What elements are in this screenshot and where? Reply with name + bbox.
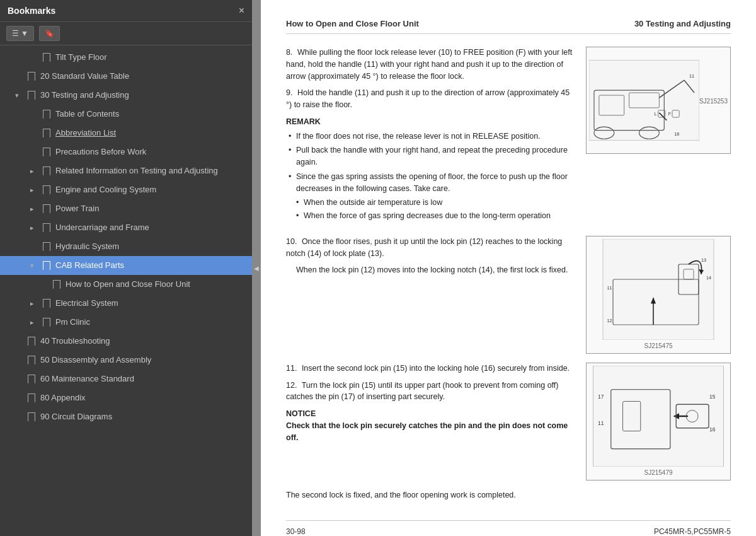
step-10-main: Once the floor rises, push it up until t…	[286, 237, 562, 258]
bookmark-icon-40-troubleshooting	[26, 337, 37, 346]
bookmark-icon-table-of-contents	[42, 110, 52, 119]
close-button[interactable]: ×	[239, 5, 244, 16]
expand-arrow-related-info[interactable]	[30, 167, 40, 175]
list-icon: ☰	[12, 29, 19, 38]
sidebar-item-90-circuit[interactable]: 90 Circuit Diagrams	[0, 407, 252, 426]
sidebar-item-30-testing[interactable]: 30 Testing and Adjusting	[0, 86, 252, 105]
step-10-num: 10.	[286, 237, 297, 246]
svg-text:11: 11	[598, 420, 604, 426]
sidebar-item-40-troubleshooting[interactable]: 40 Troubleshooting	[0, 332, 252, 351]
section-steps-8-9: 8. While pulling the floor lock release …	[286, 47, 731, 227]
sidebar-label-hydraulic-system: Hydraulic System	[55, 242, 247, 252]
sidebar-label-60-maintenance: 60 Maintenance Standard	[40, 374, 247, 385]
step-12: 12. Turn the lock pin (15) until its upp…	[286, 380, 576, 404]
expand-arrow-cab-related-parts[interactable]	[30, 262, 40, 270]
sidebar-label-abbreviation-list: Abbreviation List	[55, 128, 247, 139]
notice-block: NOTICE Check that the lock pin securely …	[286, 408, 576, 443]
sidebar-item-cab-related-parts[interactable]: CAB Related Parts	[0, 256, 252, 275]
sidebar-item-60-maintenance[interactable]: 60 Maintenance Standard	[0, 370, 252, 388]
svg-text:14: 14	[706, 275, 711, 281]
steps-11-12-text: 11. Insert the second lock pin (15) into…	[286, 363, 576, 449]
doc-header-section: 30 Testing and Adjusting	[634, 19, 731, 28]
dropdown-arrow-icon: ▼	[21, 29, 28, 38]
collapse-panel-handle[interactable]: ◀	[252, 0, 261, 536]
diagram-2-caption: SJ215475	[644, 341, 672, 351]
bookmark-icon-tilt-type-floor	[42, 53, 52, 62]
steps-8-9-text: 8. While pulling the floor lock release …	[286, 47, 576, 227]
sidebar-item-abbreviation-list[interactable]: Abbreviation List	[0, 124, 252, 143]
sidebar-label-undercarriage-frame: Undercarriage and Frame	[55, 223, 247, 233]
sidebar-label-20-standard-value: 20 Standard Value Table	[40, 71, 247, 82]
sidebar-item-tilt-type-floor[interactable]: Tilt Type Floor	[0, 48, 252, 67]
diagram-3: 17 11 15 16 SJ215479	[586, 363, 731, 481]
diagram-3-caption: SJ215479	[644, 468, 672, 477]
svg-text:16: 16	[709, 426, 716, 432]
step-11: 11. Insert the second lock pin (15) into…	[286, 363, 576, 375]
diagram-3-svg: 17 11 15 16	[589, 366, 728, 467]
svg-text:L: L	[654, 112, 656, 117]
step-9-text: Hold the handle (11) and push it up to t…	[286, 88, 570, 109]
sidebar-item-electrical-system[interactable]: Electrical System	[0, 294, 252, 313]
bookmark-icon-cab-related-parts	[42, 261, 52, 270]
bookmark-view-button[interactable]: 🔖	[39, 26, 60, 41]
sidebar-item-table-of-contents[interactable]: Table of Contents	[0, 105, 252, 124]
sidebar-header: Bookmarks ×	[0, 0, 252, 22]
document-body: 8. While pulling the floor lock release …	[286, 47, 731, 536]
expand-arrow-30-testing[interactable]	[15, 91, 25, 100]
step-10-cont: When the lock pin (12) moves into the lo…	[286, 264, 576, 276]
step-12-text: Turn the lock pin (15) until its upper p…	[286, 381, 558, 402]
document-footer: 30-98 PC45MR-5,PC55MR-5	[286, 520, 731, 537]
sidebar-label-cab-related-parts: CAB Related Parts	[55, 260, 247, 271]
sidebar-item-how-to-open-close[interactable]: How to Open and Close Floor Unit	[0, 275, 252, 294]
expand-arrow-power-train[interactable]	[30, 205, 40, 213]
remark-sub-bullet-1: When the outside air temperature is low	[286, 197, 576, 209]
diagram-1-svg: L F 11 18	[589, 50, 699, 151]
notice-title: NOTICE	[286, 408, 576, 420]
bookmark-icon-electrical-system	[42, 299, 52, 308]
bookmark-icon: 🔖	[45, 29, 54, 38]
footer-page: 30-98	[286, 526, 306, 537]
svg-text:13: 13	[701, 257, 706, 263]
sidebar-item-20-standard-value[interactable]: 20 Standard Value Table	[0, 67, 252, 86]
bookmark-icon-related-info	[42, 166, 52, 175]
diagram-2: 13 14 11 12 SJ215475	[586, 236, 731, 354]
bookmark-icon-precautions-before-work	[42, 148, 52, 156]
step-10-text: 10. Once the floor rises, push it up unt…	[286, 236, 576, 281]
sidebar-item-undercarriage-frame[interactable]: Undercarriage and Frame	[0, 218, 252, 237]
sidebar-label-40-troubleshooting: 40 Troubleshooting	[40, 336, 247, 347]
sidebar-item-engine-cooling[interactable]: Engine and Cooling System	[0, 180, 252, 199]
sidebar-item-related-info[interactable]: Related Information on Testing and Adjus…	[0, 161, 252, 180]
sidebar-item-80-appendix[interactable]: 80 Appendix	[0, 388, 252, 407]
step-11-num: 11.	[286, 364, 297, 373]
section-steps-11-12: 11. Insert the second lock pin (15) into…	[286, 363, 731, 481]
expand-all-button[interactable]: ☰ ▼	[6, 26, 34, 41]
sidebar-item-50-disassembly[interactable]: 50 Disassembly and Assembly	[0, 351, 252, 370]
sidebar-label-related-info: Related Information on Testing and Adjus…	[55, 166, 247, 177]
bookmark-icon-pm-clinic	[42, 318, 52, 327]
bookmark-icon-80-appendix	[26, 393, 37, 402]
svg-text:18: 18	[674, 132, 679, 137]
sidebar-item-power-train[interactable]: Power Train	[0, 199, 252, 218]
bookmark-icon-90-circuit	[26, 412, 37, 421]
expand-arrow-engine-cooling[interactable]	[30, 186, 40, 194]
svg-text:15: 15	[709, 393, 716, 400]
document-panel[interactable]: How to Open and Close Floor Unit 30 Test…	[261, 0, 756, 536]
step-8-text: While pulling the floor lock release lev…	[286, 48, 572, 81]
expand-arrow-undercarriage-frame[interactable]	[30, 224, 40, 232]
bookmark-icon-power-train	[42, 204, 52, 213]
doc-header-title: How to Open and Close Floor Unit	[286, 19, 419, 28]
sidebar-label-table-of-contents: Table of Contents	[55, 109, 247, 120]
sidebar-label-80-appendix: 80 Appendix	[40, 393, 247, 404]
sidebar-item-hydraulic-system[interactable]: Hydraulic System	[0, 237, 252, 256]
diagram-1-caption: SJ215253	[699, 96, 728, 106]
expand-arrow-electrical-system[interactable]	[30, 300, 40, 308]
sidebar-label-90-circuit: 90 Circuit Diagrams	[40, 412, 247, 422]
document-header: How to Open and Close Floor Unit 30 Test…	[286, 19, 731, 34]
sidebar-title: Bookmarks	[8, 6, 55, 16]
step-11-text: Insert the second lock pin (15) into the…	[302, 364, 570, 373]
sidebar-item-precautions-before-work[interactable]: Precautions Before Work	[0, 143, 252, 161]
bookmark-icon-engine-cooling	[42, 185, 52, 194]
document-content: How to Open and Close Floor Unit 30 Test…	[261, 0, 756, 536]
sidebar-item-pm-clinic[interactable]: Pm Clinic	[0, 313, 252, 332]
expand-arrow-pm-clinic[interactable]	[30, 318, 40, 327]
